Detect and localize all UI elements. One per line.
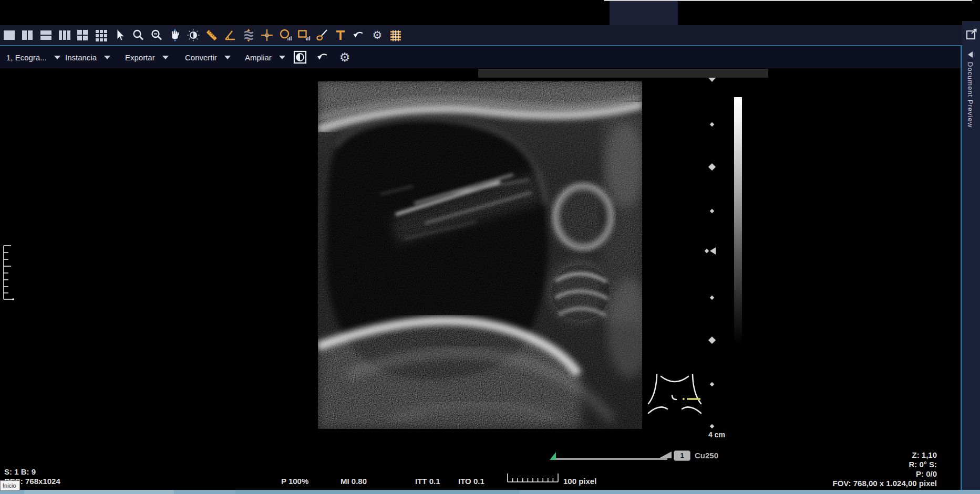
collapse-left-icon[interactable] (968, 51, 973, 58)
chevron-down-icon (279, 56, 285, 59)
menu-instancia[interactable]: Instancia (65, 46, 110, 68)
document-preview-title: Document Preview (966, 62, 974, 128)
chevron-down-icon (162, 56, 169, 59)
depth-label: 4 cm (704, 430, 729, 439)
menu-series[interactable]: 1, Ecogra... (6, 46, 60, 68)
layout-3x3-icon[interactable] (94, 27, 109, 43)
layout-2col-icon[interactable] (20, 27, 35, 43)
ellipse-roi-icon[interactable] (278, 27, 293, 43)
chevron-down-icon (224, 56, 231, 59)
menu-convertir[interactable]: Convertir (185, 46, 231, 68)
taskbar-segment (24, 490, 174, 494)
text-tool-icon[interactable] (333, 27, 348, 43)
depth-marker-icon (710, 122, 714, 127)
taskbar[interactable] (0, 490, 980, 494)
dicom-viewer-window: ⚙ 1, Ecogra... Instancia Exportar Conver… (0, 0, 980, 494)
layout-single-icon[interactable] (2, 27, 17, 43)
external-link-icon (965, 27, 978, 41)
open-new-window-button[interactable] (963, 25, 980, 43)
zoom-in-icon[interactable] (131, 27, 146, 43)
zoom-out-icon[interactable] (149, 27, 164, 43)
pixel-ruler-icon (507, 471, 560, 483)
rect-roi-icon[interactable] (296, 27, 311, 43)
frame-number-chip[interactable]: 1 (674, 450, 690, 461)
hanging-protocol-icon[interactable] (388, 27, 403, 43)
angle-icon[interactable] (223, 27, 238, 43)
status-fov: FOV: 768,00 x 1.024,00 pixel (833, 479, 937, 488)
status-rotation: R: 0° S: (909, 460, 937, 469)
status-zoom-percent: P 100% (281, 477, 308, 486)
status-itt: ITT 0.1 (415, 477, 440, 486)
document-preview-panel[interactable]: Document Preview (962, 21, 980, 494)
cine-position-marker-icon[interactable] (659, 451, 673, 460)
bodymark-neck-icon (644, 370, 706, 422)
layout-2x2-icon[interactable] (76, 27, 90, 43)
invert-contrast-icon[interactable] (292, 50, 308, 65)
menu-exportar[interactable]: Exportar (125, 46, 169, 68)
window-top-strip (0, 0, 980, 25)
window-level-icon[interactable] (186, 27, 201, 43)
crosshair-icon[interactable] (260, 27, 274, 43)
cine-track[interactable] (556, 458, 667, 460)
preset-label: Cu250 (695, 451, 718, 460)
browser-tab-remnant[interactable] (610, 1, 678, 25)
left-mini-ruler-icon (3, 245, 16, 302)
status-slice-info: S: 1 B: 9 (4, 467, 36, 476)
layout-2row-icon[interactable] (39, 27, 54, 43)
series-menubar: 1, Ecogra... Instancia Exportar Converti… (0, 45, 962, 68)
depth-marker-top-icon (708, 78, 716, 82)
ruler-icon[interactable] (204, 27, 219, 43)
stack-align-icon[interactable] (241, 27, 256, 43)
pointer-icon[interactable] (112, 27, 127, 43)
ultrasound-image[interactable] (318, 81, 642, 429)
taskbar-segment (235, 490, 519, 494)
depth-marker-icon (708, 163, 716, 171)
chevron-down-icon (104, 56, 110, 59)
settings-gear-icon[interactable]: ⚙ (370, 27, 385, 43)
undo-icon[interactable] (315, 50, 331, 65)
depth-marker-icon (710, 296, 714, 300)
inicio-tooltip: Inicio (0, 480, 20, 491)
undo-icon[interactable] (352, 27, 366, 43)
freehand-draw-icon[interactable] (315, 27, 329, 43)
settings-gear-icon[interactable]: ⚙ (337, 50, 353, 65)
depth-marker-icon (710, 209, 714, 213)
status-position: P: 0/0 (916, 469, 937, 479)
menu-ampliar[interactable]: Ampliar (245, 46, 285, 68)
chevron-down-icon (54, 56, 60, 59)
status-zoom-factor: Z: 1,10 (912, 450, 937, 460)
layout-3col-icon[interactable] (57, 27, 72, 43)
depth-marker-icon (710, 382, 714, 386)
cine-bar: 1 Cu250 (548, 450, 726, 463)
status-ito: ITO 0.1 (458, 477, 484, 486)
pan-hand-icon[interactable] (168, 27, 182, 43)
depth-marker-icon (710, 424, 714, 428)
depth-marker-icon (708, 337, 716, 344)
image-viewport[interactable]: 4 cm 1 Cu250 S: 1 B: 9 RES: (0, 68, 961, 490)
main-toolbar: ⚙ (0, 25, 963, 45)
status-mi: MI 0.80 (341, 477, 367, 486)
grayscale-bar (734, 97, 742, 344)
pixel-ruler-label: 100 pixel (563, 477, 596, 486)
